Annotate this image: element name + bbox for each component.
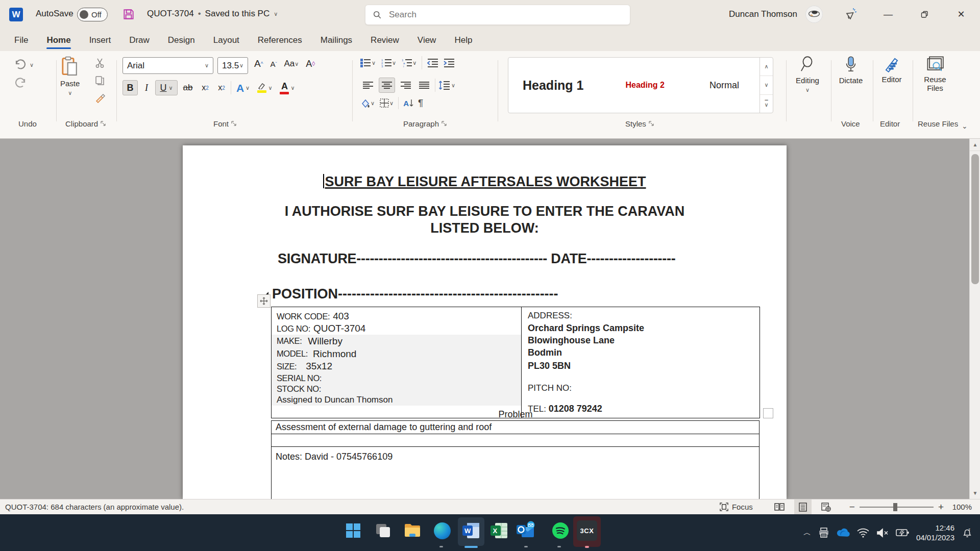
vertical-scrollbar[interactable]: ▲ ▼ [969, 139, 980, 499]
volume-muted-icon[interactable] [876, 528, 889, 538]
shrink-font-button[interactable]: Aˇ [270, 60, 277, 68]
decrease-indent-button[interactable] [427, 58, 438, 67]
bullets-button[interactable]: ∨ [360, 58, 376, 67]
threecx-icon[interactable]: 3CX [577, 520, 597, 541]
change-case-button[interactable]: Aa∨ [284, 59, 299, 69]
styles-scroll-up-icon[interactable]: ∧ [760, 58, 773, 76]
search-input[interactable] [388, 9, 623, 20]
notification-bell-icon[interactable]: z [962, 527, 973, 538]
multilevel-list-button[interactable]: 1ai ∨ [401, 58, 416, 67]
zoom-percentage[interactable]: 100% [948, 503, 980, 511]
document-title-menu[interactable]: QUOT-3704 • Saved to this PC ∨ [147, 9, 278, 19]
save-icon[interactable] [121, 7, 136, 22]
avatar[interactable] [805, 6, 823, 23]
style-heading1[interactable]: Heading 1 [523, 78, 583, 93]
highlight-color-button[interactable]: ∨ [255, 80, 275, 95]
dialog-launcher-icon[interactable] [442, 121, 447, 127]
account-name[interactable]: Duncan Thomson [729, 9, 797, 19]
styles-gallery-expand-icon[interactable]: ▔∨ [760, 95, 773, 113]
problem-description-row[interactable]: Assessment of external damage to gutteri… [271, 420, 760, 434]
font-size-select[interactable]: 13.5∨ [217, 57, 248, 74]
clear-formatting-button[interactable]: A◊ [306, 59, 315, 69]
tab-review[interactable]: Review [369, 31, 401, 49]
edge-icon[interactable] [432, 520, 452, 541]
copy-button[interactable] [95, 76, 105, 86]
align-center-button[interactable] [379, 78, 395, 93]
zoom-slider[interactable] [860, 507, 934, 508]
dictate-button[interactable]: Dictate [833, 56, 869, 85]
editor-button[interactable]: Editor [876, 56, 908, 84]
spotify-icon[interactable] [550, 520, 571, 541]
font-color-button[interactable]: A ∨ [277, 80, 298, 95]
file-explorer-icon[interactable] [402, 520, 423, 541]
borders-button[interactable]: ∨ [379, 98, 394, 108]
tab-mailings[interactable]: Mailings [318, 31, 354, 49]
show-paragraph-marks-button[interactable]: ¶ [418, 97, 423, 109]
caravan-details-table[interactable]: WORK CODE:403 LOG NO:QUOT-3704 MAKE:Will… [271, 307, 760, 418]
autosave-toggle[interactable]: Off [77, 8, 108, 21]
tab-draw[interactable]: Draw [127, 31, 152, 49]
read-mode-button[interactable] [770, 499, 789, 515]
collapse-ribbon-icon[interactable]: ⌄ [962, 122, 968, 130]
printer-icon[interactable] [818, 528, 829, 538]
tab-layout[interactable]: Layout [211, 31, 241, 49]
wifi-icon[interactable] [857, 528, 869, 538]
numbering-button[interactable]: 123 ∨ [381, 58, 396, 67]
tab-help[interactable]: Help [452, 31, 474, 49]
dialog-launcher-icon[interactable] [649, 121, 654, 127]
print-layout-button[interactable] [794, 499, 812, 515]
redo-button[interactable] [14, 78, 27, 89]
task-view-button[interactable] [373, 520, 393, 541]
format-painter-button[interactable] [95, 93, 106, 103]
styles-scroll-down-icon[interactable]: ∨ [760, 76, 773, 94]
scroll-up-icon[interactable]: ▲ [970, 139, 980, 151]
empty-row[interactable] [271, 434, 760, 447]
search-bar[interactable] [365, 5, 630, 25]
scrollbar-thumb[interactable] [971, 154, 979, 284]
justify-button[interactable] [416, 78, 432, 92]
undo-button[interactable]: ∨ [14, 59, 34, 70]
onedrive-icon[interactable] [837, 528, 850, 537]
dialog-launcher-icon[interactable] [101, 121, 106, 127]
strikethrough-button[interactable]: ab [180, 80, 196, 95]
style-normal[interactable]: Normal [709, 80, 739, 91]
table-move-handle[interactable] [257, 294, 271, 308]
zoom-in-button[interactable]: + [934, 499, 948, 515]
document-page[interactable]: SURF BAY LEISURE AFTERSALES WORKSHEET I … [183, 145, 787, 499]
word-icon[interactable]: W [461, 520, 481, 541]
bold-button[interactable]: B [122, 80, 138, 95]
tab-file[interactable]: File [12, 31, 30, 49]
align-right-button[interactable] [398, 78, 413, 92]
coming-soon-megaphone-icon[interactable] [842, 6, 860, 22]
cut-button[interactable] [95, 58, 105, 68]
align-left-button[interactable] [360, 78, 376, 92]
battery-icon[interactable] [896, 529, 909, 537]
shading-button[interactable]: ∨ [360, 98, 375, 108]
increase-indent-button[interactable] [444, 58, 455, 67]
tab-references[interactable]: References [256, 31, 304, 49]
character-count[interactable]: QUOT-3704: 684 characters (an approximat… [0, 503, 184, 511]
reuse-files-button[interactable]: Reuse Files [916, 56, 954, 92]
dialog-launcher-icon[interactable] [231, 121, 237, 127]
focus-mode-button[interactable]: Focus [715, 499, 757, 515]
scroll-down-icon[interactable]: ▼ [970, 487, 980, 499]
grow-font-button[interactable]: A^ [254, 58, 263, 69]
start-button[interactable] [343, 520, 363, 541]
taskbar-clock[interactable]: 12:46 04/01/2023 [916, 523, 954, 542]
checkbox[interactable] [763, 408, 773, 418]
web-layout-button[interactable] [817, 499, 836, 515]
zoom-out-button[interactable]: − [845, 499, 860, 515]
excel-icon[interactable]: X [489, 520, 509, 541]
underline-button[interactable]: U∨ [155, 80, 178, 95]
style-heading2[interactable]: Heading 2 [625, 81, 664, 90]
subscript-button[interactable]: x2 [198, 80, 212, 95]
close-button[interactable]: ✕ [952, 6, 970, 22]
paste-button[interactable]: Paste ∨ [60, 56, 80, 96]
tab-home[interactable]: Home [44, 31, 72, 49]
line-spacing-button[interactable]: ∨ [438, 81, 455, 90]
tab-view[interactable]: View [415, 31, 438, 49]
superscript-button[interactable]: x2 [214, 80, 229, 95]
outlook-icon[interactable] [516, 520, 536, 541]
restore-button[interactable] [916, 6, 933, 22]
tab-insert[interactable]: Insert [87, 31, 113, 49]
